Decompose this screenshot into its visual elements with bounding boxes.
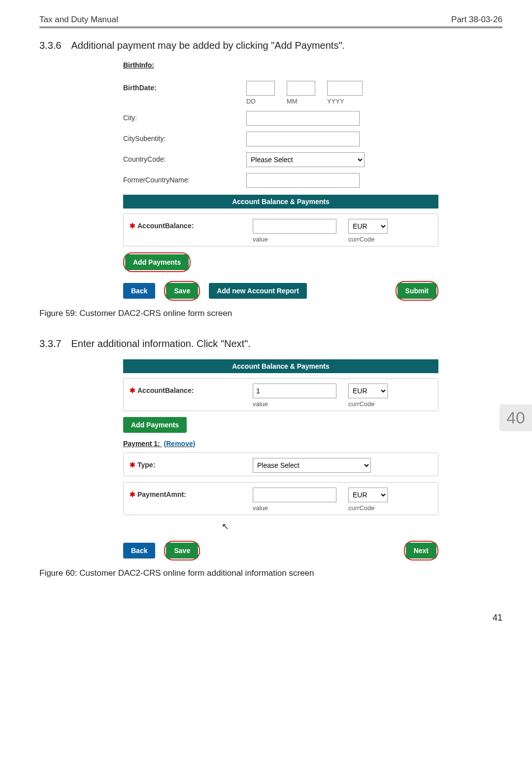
payment-type-select[interactable]: Please Select bbox=[253, 458, 371, 473]
account-balance-currency-select[interactable]: EUR bbox=[348, 219, 388, 234]
city-subentity-label: CitySubentity: bbox=[123, 132, 246, 142]
account-balance-banner: Account Balance & Payments bbox=[123, 359, 438, 373]
figure-60-caption: Figure 60: Customer DAC2-CRS online form… bbox=[39, 568, 502, 578]
city-subentity-input[interactable] bbox=[246, 132, 360, 146]
type-label: ✱Type: bbox=[130, 458, 253, 469]
payment-amnt-currency-select[interactable]: EUR bbox=[348, 488, 388, 502]
payment-1-heading: Payment 1: (Remove) bbox=[123, 440, 438, 448]
back-button[interactable]: Back bbox=[123, 543, 155, 558]
birthinfo-heading: BirthInfo: bbox=[123, 61, 154, 69]
payment-amnt-label: ✱PaymentAmnt: bbox=[130, 488, 253, 498]
birthdate-dd-input[interactable] bbox=[246, 81, 275, 96]
side-page-badge: 40 bbox=[499, 404, 532, 431]
required-star-icon: ✱ bbox=[130, 222, 135, 230]
account-balance-value-input[interactable] bbox=[253, 384, 336, 398]
currcode-sublabel: currCode bbox=[348, 400, 388, 408]
add-payments-button[interactable]: Add Payments bbox=[123, 417, 187, 433]
section-number: 3.3.6 bbox=[39, 40, 69, 51]
account-balance-value-input[interactable] bbox=[253, 219, 336, 234]
section-337: 3.3.7 Enter additional information. Clic… bbox=[39, 338, 502, 349]
value-sublabel: value bbox=[253, 236, 336, 243]
account-balance-label: ✱AccountBalance: bbox=[130, 384, 253, 394]
section-title: Enter additional information. Click "Nex… bbox=[71, 338, 250, 349]
section-number: 3.3.7 bbox=[39, 338, 69, 349]
account-balance-currency-select[interactable]: EUR bbox=[348, 384, 388, 398]
save-highlight: Save bbox=[164, 541, 200, 560]
required-star-icon: ✱ bbox=[130, 490, 135, 498]
figure-60: Account Balance & Payments ✱AccountBalan… bbox=[123, 359, 438, 560]
birthdate-yyyy-input[interactable] bbox=[327, 81, 363, 96]
save-highlight: Save bbox=[164, 281, 200, 301]
mm-sublabel: MM bbox=[287, 98, 315, 105]
section-336: 3.3.6 Additional payment may be added by… bbox=[39, 40, 502, 51]
cursor-icon: ↖ bbox=[222, 521, 438, 532]
header-left: Tax and Duty Manual bbox=[39, 15, 118, 25]
birthdate-label: BirthDate: bbox=[123, 81, 246, 92]
add-payments-highlight: Add Payments bbox=[123, 252, 191, 272]
figure-59: BirthInfo: BirthDate: DD MM YYYY City: bbox=[123, 61, 438, 301]
birthdate-mm-input[interactable] bbox=[287, 81, 315, 96]
value-sublabel: value bbox=[253, 400, 336, 408]
country-code-label: CountryCode: bbox=[123, 152, 246, 163]
required-star-icon: ✱ bbox=[130, 386, 135, 394]
back-button[interactable]: Back bbox=[123, 283, 155, 299]
account-balance-label: ✱AccountBalance: bbox=[130, 219, 253, 230]
submit-button[interactable]: Submit bbox=[398, 283, 436, 299]
former-country-input[interactable] bbox=[246, 173, 360, 188]
remove-payment-link[interactable]: (Remove) bbox=[164, 440, 196, 448]
currcode-sublabel: currCode bbox=[348, 236, 388, 243]
add-new-account-report-button[interactable]: Add new Account Report bbox=[209, 283, 307, 299]
header-right: Part 38-03-26 bbox=[451, 15, 502, 25]
dd-sublabel: DD bbox=[246, 98, 275, 105]
yyyy-sublabel: YYYY bbox=[327, 98, 363, 105]
submit-highlight: Submit bbox=[396, 281, 438, 301]
add-payments-button[interactable]: Add Payments bbox=[125, 254, 189, 270]
city-input[interactable] bbox=[246, 111, 360, 126]
figure-59-caption: Figure 59: Customer DAC2-CRS online form… bbox=[39, 309, 502, 318]
former-country-label: FormerCountryName: bbox=[123, 173, 246, 184]
section-title: Additional payment may be added by click… bbox=[71, 40, 345, 51]
country-code-select[interactable]: Please Select bbox=[246, 152, 365, 167]
next-button[interactable]: Next bbox=[406, 543, 436, 558]
page-number: 41 bbox=[0, 613, 532, 633]
payment-amnt-value-input[interactable] bbox=[253, 488, 336, 502]
city-label: City: bbox=[123, 111, 246, 122]
value-sublabel: value bbox=[253, 504, 336, 512]
page-header: Tax and Duty Manual Part 38-03-26 bbox=[39, 15, 502, 28]
currcode-sublabel: currCode bbox=[348, 504, 388, 512]
next-highlight: Next bbox=[404, 541, 438, 560]
save-button[interactable]: Save bbox=[166, 543, 198, 558]
save-button[interactable]: Save bbox=[166, 283, 198, 299]
account-balance-banner: Account Balance & Payments bbox=[123, 195, 438, 209]
required-star-icon: ✱ bbox=[130, 461, 135, 469]
